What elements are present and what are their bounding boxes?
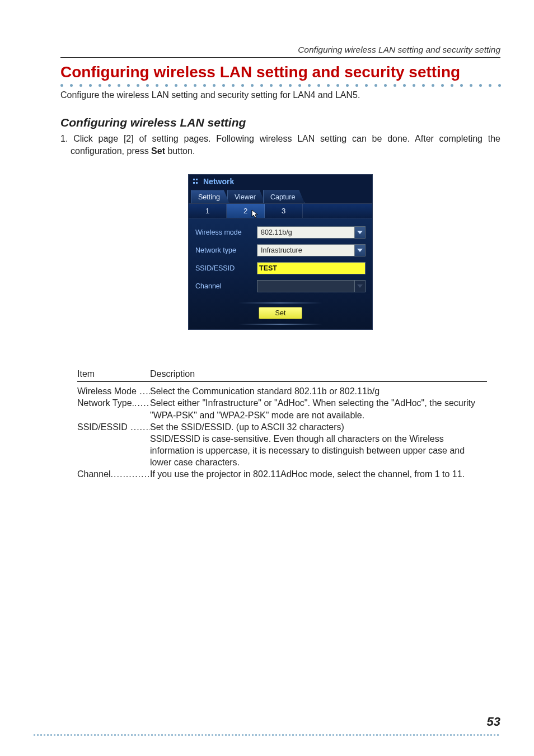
item-description: Select either "Infrastructure" or "AdHoc… <box>150 397 487 421</box>
chevron-down-icon[interactable] <box>354 244 366 256</box>
subnav-page-1[interactable]: 1 <box>189 204 227 218</box>
page-title: Configuring wireless LAN setting and sec… <box>60 63 500 81</box>
table-row: Wireless Mode ........Select the Communi… <box>77 385 487 397</box>
step-number: 1. <box>60 134 73 143</box>
section-heading: Configuring wireless LAN setting <box>60 116 500 129</box>
set-button[interactable]: Set <box>259 307 302 319</box>
table-row: Network Type..........Select either "Inf… <box>77 397 487 421</box>
input-ssid[interactable]: TEST <box>257 262 366 274</box>
tabs: Setting Viewer Capture <box>188 188 373 204</box>
description-table: Item Description Wireless Mode ........S… <box>77 369 487 480</box>
description-header: Item Description <box>77 369 487 382</box>
tab-viewer[interactable]: Viewer <box>227 190 265 203</box>
form-area: Wireless mode 802.11b/g Network type Inf… <box>188 218 373 330</box>
footer-rule <box>34 734 500 736</box>
select-channel <box>257 280 366 292</box>
running-head: Configuring wireless LAN setting and sec… <box>60 45 500 58</box>
step-1: 1. Click page [2] of setting pages. Foll… <box>60 133 500 158</box>
label-ssid: SSID/ESSID <box>195 264 257 272</box>
col-description: Description <box>150 369 487 379</box>
chevron-down-icon <box>354 280 366 292</box>
item-description: If you use the projector in 802.11AdHoc … <box>150 468 487 480</box>
item-name: SSID/ESSID ............... <box>77 421 150 468</box>
subnav-spacer <box>303 204 372 218</box>
label-network-type: Network type <box>195 246 257 254</box>
select-network-type-value: Infrastructure <box>257 244 354 256</box>
item-name: Wireless Mode ........ <box>77 385 150 397</box>
label-channel: Channel <box>195 282 257 290</box>
subnav-page-2-label: 2 <box>243 207 247 215</box>
select-channel-value <box>257 280 354 292</box>
tab-capture[interactable]: Capture <box>263 190 305 203</box>
subnav-page-2[interactable]: 2 <box>227 204 265 218</box>
decorative-dots <box>60 82 500 88</box>
step-1-text-b: button. <box>165 146 195 156</box>
col-item: Item <box>77 369 150 379</box>
label-wireless-mode: Wireless mode <box>195 228 257 236</box>
item-name: Channel..................... <box>77 468 150 480</box>
item-name: Network Type.......... <box>77 397 150 421</box>
item-description: Select the Communication standard 802.11… <box>150 385 487 397</box>
subnav-page-3[interactable]: 3 <box>265 204 303 218</box>
tab-setting[interactable]: Setting <box>191 190 229 203</box>
select-network-type[interactable]: Infrastructure <box>257 244 366 256</box>
page-number: 53 <box>487 715 500 729</box>
select-wireless-mode[interactable]: 802.11b/g <box>257 226 366 239</box>
panel-title-text: Network <box>203 177 234 186</box>
step-1-text-a: Click page [2] of setting pages. Followi… <box>71 134 500 156</box>
table-row: Channel.....................If you use t… <box>77 468 487 480</box>
table-row: SSID/ESSID ...............Set the SSID/E… <box>77 421 487 468</box>
intro-text: Configure the wireless LAN setting and s… <box>60 89 500 101</box>
grip-icon <box>193 179 200 184</box>
step-1-bold: Set <box>151 146 165 156</box>
panel-titlebar: Network <box>188 174 373 188</box>
chevron-down-icon[interactable] <box>354 226 366 239</box>
page-subnav: 1 2 3 <box>188 204 373 218</box>
network-panel: Network Setting Viewer Capture 1 2 3 Wir… <box>188 174 373 330</box>
item-description: Set the SSID/ESSID. (up to ASCII 32 char… <box>150 421 487 468</box>
select-wireless-mode-value: 802.11b/g <box>257 226 354 239</box>
